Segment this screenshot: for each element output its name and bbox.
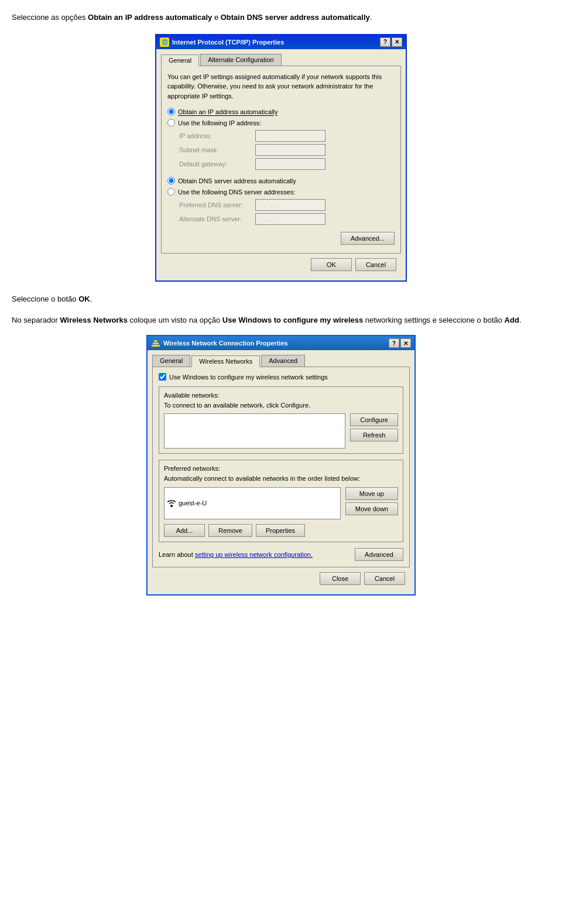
wireless-tab-wireless-networks[interactable]: Wireless Networks (191, 355, 260, 367)
available-network-list[interactable] (164, 413, 345, 449)
wireless-advanced-button[interactable]: Advanced (355, 548, 403, 561)
tcpip-title-text: Internet Protocol (TCP/IP) Properties (172, 39, 284, 46)
use-windows-checkbox[interactable] (159, 373, 166, 381)
add-button[interactable]: Add... (164, 524, 205, 537)
wireless-tab-content: Use Windows to configure my wireless net… (152, 367, 410, 567)
wireless-title-icon (151, 338, 160, 348)
tcpip-dialog-body: General Alternate Configuration You can … (156, 49, 406, 281)
radio-use-ip[interactable] (167, 119, 175, 126)
ip-address-input[interactable] (255, 130, 325, 142)
tcpip-titlebar: 🌐 Internet Protocol (TCP/IP) Properties … (156, 35, 406, 49)
wireless-tab-general[interactable]: General (152, 355, 190, 367)
alternate-dns-row: Alternate DNS server: (179, 213, 395, 225)
radio-use-ip-label: Use the following IP address: (178, 119, 261, 126)
available-networks-box: Available networks: To connect to an ava… (159, 386, 403, 454)
preferred-network-item: guest-e-U (167, 499, 207, 507)
radio-obtain-dns[interactable] (167, 177, 175, 184)
svg-point-3 (170, 505, 173, 507)
tab-description-text: You can get IP settings assigned automat… (167, 72, 395, 101)
wireless-window-controls: ? ✕ (389, 338, 411, 348)
radio-obtain-ip-row: Obtain an IP address automatically (167, 108, 395, 115)
preferred-networks-box: Preferred networks: Automatically connec… (159, 460, 403, 542)
wireless-tab-advanced[interactable]: Advanced (261, 355, 305, 367)
wireless-cancel-button[interactable]: Cancel (364, 572, 405, 585)
subnet-mask-row: Subnet mask: (179, 144, 395, 156)
subnet-mask-label: Subnet mask: (179, 146, 255, 153)
svg-rect-1 (153, 343, 159, 344)
ip-address-row: IP address: (179, 130, 395, 142)
radio-obtain-ip-label: Obtain an IP address automatically (178, 108, 277, 115)
configure-button[interactable]: Configure (350, 413, 398, 426)
radio-obtain-ip[interactable] (167, 108, 175, 115)
move-down-button[interactable]: Move down (345, 502, 398, 515)
dns-fields-section: Preferred DNS server: Alternate DNS serv… (179, 199, 395, 225)
default-gateway-input[interactable] (255, 158, 325, 170)
available-area: Configure Refresh (164, 413, 398, 449)
paragraph-ok: Seleccione o botão OK. (12, 293, 550, 305)
preferred-network-name: guest-e-U (179, 499, 207, 507)
help-button[interactable]: ? (380, 37, 390, 47)
available-networks-info: To connect to an available network, clic… (164, 401, 398, 410)
tcpip-tabs: General Alternate Configuration (161, 54, 401, 66)
radio-obtain-dns-label: Obtain DNS server address automatically (178, 177, 296, 184)
preferred-dns-row: Preferred DNS server: (179, 199, 395, 211)
intro-paragraph: Seleccione as opções Obtain an IP addres… (12, 12, 550, 23)
use-windows-checkbox-label: Use Windows to configure my wireless net… (169, 374, 328, 381)
network-icon (167, 499, 176, 507)
cancel-button[interactable]: Cancel (355, 258, 396, 271)
learn-about-link[interactable]: setting up wireless network configuratio… (195, 551, 313, 558)
preferred-network-list[interactable]: guest-e-U (164, 487, 341, 519)
wireless-titlebar: Wireless Network Connection Properties ?… (148, 336, 414, 350)
tab-general[interactable]: General (161, 54, 199, 66)
svg-rect-2 (154, 340, 157, 342)
advanced-button[interactable]: Advanced... (341, 232, 395, 245)
wireless-dialog-wrapper: Wireless Network Connection Properties ?… (12, 335, 550, 596)
learn-text-area: Learn about setting up wireless network … (159, 551, 313, 558)
bottom-buttons-group: Add... Remove Properties (164, 524, 398, 537)
learn-row: Learn about setting up wireless network … (159, 548, 403, 561)
tcpip-dialog-wrapper: 🌐 Internet Protocol (TCP/IP) Properties … (12, 34, 550, 282)
preferred-networks-info: Automatically connect to available netwo… (164, 474, 398, 483)
close-button[interactable]: ✕ (392, 37, 402, 47)
radio-use-dns[interactable] (167, 188, 175, 196)
move-up-button[interactable]: Move up (345, 487, 398, 500)
use-windows-checkbox-row: Use Windows to configure my wireless net… (159, 373, 403, 381)
ip-fields-section: IP address: Subnet mask: Default gateway… (179, 130, 395, 170)
learn-about-text: Learn about (159, 551, 193, 558)
alternate-dns-label: Alternate DNS server: (179, 215, 255, 223)
default-gateway-label: Default gateway: (179, 160, 255, 167)
preferred-buttons-group: Move up Move down (345, 487, 398, 519)
radio-use-dns-label: Use the following DNS server addresses: (178, 189, 296, 196)
wireless-close-button[interactable]: ✕ (400, 338, 411, 348)
preferred-dns-input[interactable] (255, 199, 325, 211)
default-gateway-row: Default gateway: (179, 158, 395, 170)
wireless-title-text: Wireless Network Connection Properties (163, 340, 288, 347)
tcpip-title-icon: 🌐 (160, 37, 169, 47)
refresh-button[interactable]: Refresh (350, 429, 398, 442)
ok-button[interactable]: OK (311, 258, 352, 271)
tab-alternate-configuration[interactable]: Alternate Configuration (200, 54, 282, 66)
preferred-area: guest-e-U Move up Move down (164, 487, 398, 519)
properties-button[interactable]: Properties (256, 524, 305, 537)
ip-address-label: IP address: (179, 132, 255, 139)
alternate-dns-input[interactable] (255, 213, 325, 225)
wireless-help-button[interactable]: ? (389, 338, 399, 348)
available-networks-legend: Available networks: (164, 392, 398, 399)
wireless-dialog-buttons: Close Cancel (152, 567, 410, 590)
radio-use-dns-row: Use the following DNS server addresses: (167, 188, 395, 196)
preferred-dns-label: Preferred DNS server: (179, 201, 255, 208)
tcpip-window-controls: ? ✕ (380, 37, 402, 47)
remove-button[interactable]: Remove (208, 524, 252, 537)
advanced-button-row: Advanced... (167, 232, 395, 245)
tcpip-dialog-buttons: OK Cancel (161, 254, 401, 276)
tcpip-dialog: 🌐 Internet Protocol (TCP/IP) Properties … (155, 34, 407, 282)
svg-rect-0 (152, 345, 160, 347)
wireless-close-dialog-button[interactable]: Close (320, 572, 361, 585)
preferred-networks-legend: Preferred networks: (164, 465, 398, 472)
radio-use-ip-row: Use the following IP address: (167, 119, 395, 126)
available-buttons-group: Configure Refresh (350, 413, 398, 449)
wireless-body: General Wireless Networks Advanced Use W… (148, 350, 414, 594)
wireless-dialog: Wireless Network Connection Properties ?… (146, 335, 416, 596)
subnet-mask-input[interactable] (255, 144, 325, 156)
wireless-tabs: General Wireless Networks Advanced (152, 355, 410, 367)
